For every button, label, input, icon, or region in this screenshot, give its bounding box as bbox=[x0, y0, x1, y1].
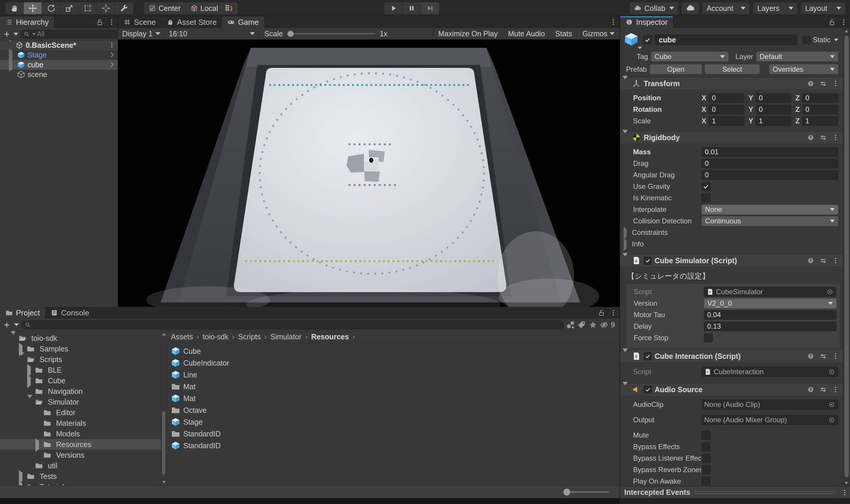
scale-x-field[interactable]: 1 bbox=[709, 116, 744, 126]
enabled-checkbox[interactable] bbox=[644, 257, 652, 265]
static-toggle[interactable]: Static bbox=[802, 36, 838, 44]
kebab-menu-icon[interactable] bbox=[832, 134, 839, 141]
tab-game[interactable]: Game bbox=[222, 16, 264, 28]
kebab-menu-icon[interactable] bbox=[832, 257, 839, 264]
tool-custom-button[interactable] bbox=[115, 2, 133, 14]
preset-icon[interactable] bbox=[819, 386, 827, 393]
breadcrumb-Scripts[interactable]: Scripts bbox=[238, 332, 260, 341]
tool-move-button[interactable] bbox=[24, 2, 42, 14]
version-dropdown[interactable]: V2_0_0 bbox=[704, 299, 836, 308]
position-z-field[interactable]: 0 bbox=[802, 93, 838, 103]
breadcrumb-toio-sdk[interactable]: toio-sdk bbox=[203, 332, 229, 341]
tag-dropdown[interactable]: Cube bbox=[651, 52, 728, 61]
is-kinematic-checkbox[interactable] bbox=[702, 194, 710, 202]
asset-Cube[interactable]: Cube bbox=[171, 345, 619, 357]
delay-field[interactable]: 0.13 bbox=[704, 322, 836, 331]
position-x-field[interactable]: 0 bbox=[709, 93, 744, 103]
interpolate-dropdown[interactable]: None bbox=[702, 205, 838, 215]
mute-checkbox[interactable] bbox=[702, 431, 710, 440]
thumbnail-slider-knob[interactable] bbox=[563, 489, 570, 496]
scroll-down-arrow[interactable] bbox=[845, 482, 848, 485]
scale-slider-knob[interactable] bbox=[288, 31, 294, 37]
lock-icon[interactable] bbox=[598, 309, 605, 317]
breadcrumb-Assets[interactable]: Assets bbox=[171, 332, 193, 341]
expander-open-icon[interactable] bbox=[11, 335, 18, 342]
asset-Line[interactable]: Line bbox=[171, 369, 619, 381]
tree-item-Versions[interactable]: Versions bbox=[0, 450, 161, 460]
tool-rect-button[interactable] bbox=[78, 2, 97, 14]
cube-simulator-header[interactable]: #Cube Simulator (Script)? bbox=[620, 254, 850, 267]
preset-icon[interactable] bbox=[819, 134, 827, 141]
tool-hand-button[interactable] bbox=[5, 2, 24, 14]
layout-dropdown[interactable]: Layout bbox=[801, 2, 845, 14]
lock-icon[interactable] bbox=[96, 18, 104, 26]
tab-inspector[interactable]: Inspector bbox=[620, 16, 673, 28]
search-by-label-icon[interactable] bbox=[577, 321, 586, 329]
inspector-scrollbar[interactable] bbox=[843, 28, 850, 486]
foldout-info[interactable]: Info bbox=[620, 239, 838, 249]
expander-closed-icon[interactable] bbox=[9, 51, 17, 59]
preset-icon[interactable] bbox=[819, 257, 827, 264]
scroll-up-arrow[interactable] bbox=[162, 333, 166, 336]
bypass-listener-effects-checkbox[interactable] bbox=[702, 454, 710, 463]
tool-scale-button[interactable] bbox=[60, 2, 78, 14]
scale-y-field[interactable]: 1 bbox=[756, 116, 791, 126]
kebab-menu-icon[interactable] bbox=[610, 18, 617, 26]
prefab-open-button[interactable]: Open bbox=[650, 64, 702, 74]
tree-item-Resources[interactable]: Resources bbox=[0, 439, 161, 450]
tool-rotate-button[interactable] bbox=[42, 2, 60, 14]
tab-scene[interactable]: Scene bbox=[118, 16, 161, 28]
enabled-checkbox[interactable] bbox=[644, 386, 652, 394]
kebab-menu-icon[interactable] bbox=[832, 386, 839, 393]
intercepted-events-bar[interactable]: Intercepted Events bbox=[620, 486, 850, 498]
help-icon[interactable]: ? bbox=[807, 134, 815, 141]
asset-Mat[interactable]: Mat bbox=[171, 393, 619, 404]
kebab-menu-icon[interactable] bbox=[832, 80, 839, 87]
help-icon[interactable]: ? bbox=[807, 257, 815, 264]
pivot-center-button[interactable]: Center bbox=[144, 2, 186, 14]
gizmos-button[interactable]: Gizmos bbox=[577, 28, 619, 39]
expander-closed-icon[interactable] bbox=[27, 366, 34, 374]
collab-dropdown[interactable]: Collab bbox=[630, 2, 678, 14]
rotation-z-field[interactable]: 0 bbox=[802, 105, 838, 114]
lock-icon[interactable] bbox=[828, 18, 836, 26]
tab-console[interactable]: Console bbox=[45, 307, 94, 319]
rigidbody-header[interactable]: Rigidbody? bbox=[620, 131, 850, 144]
layers-dropdown[interactable]: Layers bbox=[753, 2, 797, 14]
pivot-local-button[interactable]: Local bbox=[186, 2, 223, 14]
prefab-overrides-dropdown[interactable]: Overrides bbox=[769, 64, 838, 74]
tree-item-Navigation[interactable]: Navigation bbox=[0, 386, 161, 397]
object-picker-icon[interactable] bbox=[828, 401, 835, 408]
project-search-input[interactable] bbox=[32, 321, 560, 329]
expander-closed-icon[interactable] bbox=[19, 473, 26, 480]
object-picker-icon[interactable] bbox=[828, 368, 835, 376]
drag-field[interactable]: 0 bbox=[702, 159, 838, 168]
active-checkbox[interactable] bbox=[643, 35, 652, 44]
tree-item-Scripts[interactable]: Scripts bbox=[0, 354, 161, 365]
help-icon[interactable]: ? bbox=[807, 80, 815, 87]
tree-item-Cube[interactable]: Cube bbox=[0, 375, 161, 386]
asset-Mat[interactable]: Mat bbox=[171, 381, 619, 393]
breadcrumb-Simulator[interactable]: Simulator bbox=[270, 332, 302, 341]
hierarchy-item-Stage[interactable]: Stage bbox=[0, 50, 118, 60]
foldout-constraints[interactable]: Constraints bbox=[620, 228, 838, 237]
tree-item-Simulator[interactable]: Simulator bbox=[0, 397, 161, 407]
account-dropdown[interactable]: Account bbox=[702, 2, 750, 14]
kebab-menu-icon[interactable] bbox=[832, 352, 839, 360]
asset-Stage[interactable]: Stage bbox=[171, 416, 619, 428]
help-icon[interactable]: ? bbox=[807, 352, 815, 360]
layer-dropdown[interactable]: Default bbox=[756, 52, 838, 61]
kebab-menu-icon[interactable] bbox=[840, 18, 848, 26]
object-picker-icon[interactable] bbox=[826, 288, 834, 296]
expander-open-icon[interactable] bbox=[622, 256, 629, 265]
expander-closed-icon[interactable] bbox=[19, 483, 26, 485]
asset-Octave[interactable]: Octave bbox=[171, 404, 619, 416]
search-by-type-icon[interactable] bbox=[566, 321, 575, 329]
bypass-reverb-zones-checkbox[interactable] bbox=[702, 465, 710, 474]
tree-item-Models[interactable]: Models bbox=[0, 429, 161, 439]
create-plus-icon[interactable] bbox=[3, 30, 11, 38]
scrollbar-thumb[interactable] bbox=[162, 411, 165, 474]
expander-open-icon[interactable] bbox=[622, 385, 629, 394]
breadcrumb-Resources[interactable]: Resources bbox=[311, 332, 349, 341]
game-viewport[interactable] bbox=[118, 39, 620, 307]
